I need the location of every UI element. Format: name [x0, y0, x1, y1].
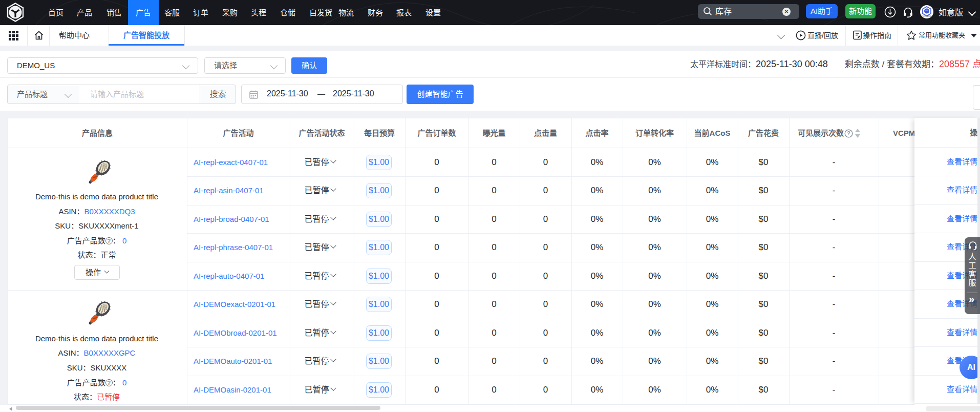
svg-text:?: ?: [847, 130, 850, 136]
